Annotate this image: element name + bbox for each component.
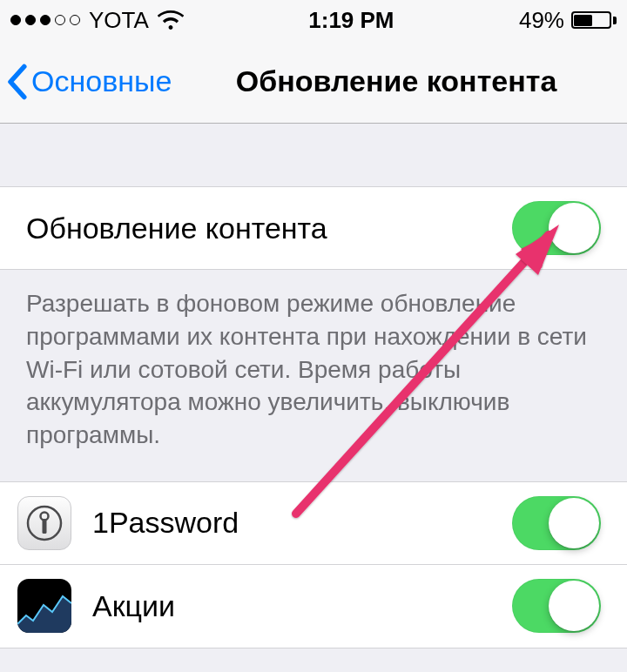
- back-label: Основные: [31, 64, 172, 98]
- app-label: Акции: [92, 589, 512, 623]
- app-toggle-switch[interactable]: [512, 496, 601, 550]
- master-toggle-label: Обновление контента: [26, 212, 512, 245]
- section-spacer: [0, 124, 627, 186]
- nav-bar: Основные Обновление контента: [0, 40, 627, 124]
- chevron-left-icon: [5, 64, 28, 100]
- battery-percent: 49%: [519, 7, 564, 34]
- carrier-label: YOTA: [89, 7, 149, 34]
- onepassword-icon: [17, 496, 71, 550]
- app-row-stocks: Акции: [0, 565, 627, 648]
- app-row-1password: 1Password: [0, 481, 627, 565]
- status-bar: YOTA 1:19 PM 49%: [0, 0, 627, 40]
- back-button[interactable]: Основные: [0, 64, 172, 100]
- svg-rect-2: [43, 519, 47, 534]
- battery-icon: [571, 11, 617, 29]
- wifi-icon: [158, 10, 184, 30]
- app-label: 1Password: [92, 506, 512, 540]
- clock: 1:19 PM: [308, 7, 394, 34]
- signal-strength-icon: [10, 15, 80, 25]
- master-toggle-switch[interactable]: [512, 201, 601, 255]
- stocks-icon: [17, 579, 71, 633]
- status-right: 49%: [519, 7, 617, 34]
- master-toggle-row: Обновление контента: [0, 186, 627, 270]
- status-left: YOTA: [10, 7, 184, 34]
- app-toggle-switch[interactable]: [512, 579, 601, 633]
- section-footer-text: Разрешать в фоновом режиме обновление пр…: [0, 270, 627, 481]
